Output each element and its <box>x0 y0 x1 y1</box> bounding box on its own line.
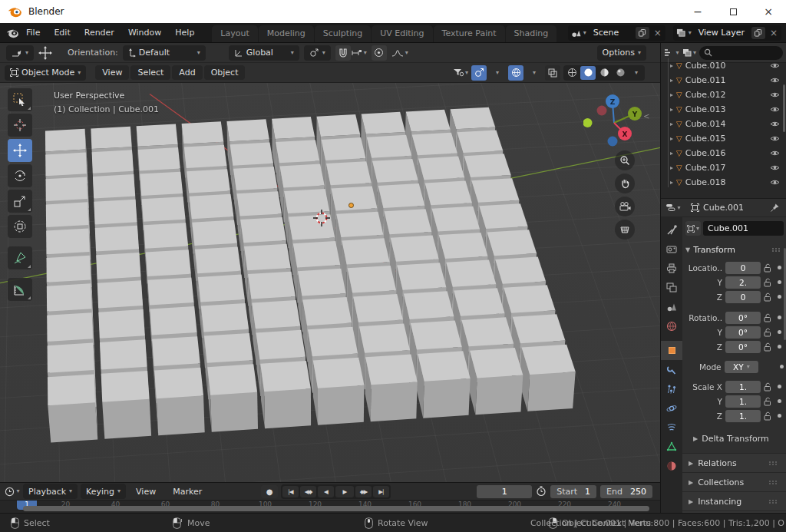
visibility-eye-icon[interactable] <box>770 106 780 113</box>
panel-header[interactable]: ▶ Relations <box>682 453 786 472</box>
animate-dot[interactable] <box>780 365 784 368</box>
panel-drag-handle[interactable] <box>768 499 779 504</box>
object-id-dropdown[interactable]: ▾ <box>685 221 701 236</box>
pin-icon[interactable] <box>771 203 779 212</box>
shading-solid-button[interactable] <box>580 66 596 80</box>
properties-editor-type-dropdown[interactable]: ▾ <box>665 200 681 216</box>
animate-dot[interactable] <box>778 280 781 284</box>
mode-dropdown[interactable]: Object Mode ▾ <box>5 65 86 81</box>
viewport-menu-item[interactable]: Select <box>130 65 170 80</box>
frame-end-field[interactable]: End 250 <box>600 485 652 498</box>
animate-dot[interactable] <box>778 330 781 334</box>
timeline-view-menu[interactable]: View <box>129 484 163 499</box>
visibility-eye-icon[interactable] <box>770 179 780 186</box>
outliner-item[interactable]: ▸ ▽ Cube.012 <box>664 88 786 102</box>
tool-cursor[interactable] <box>8 114 32 137</box>
animate-dot[interactable] <box>778 345 781 349</box>
lock-icon[interactable] <box>764 278 772 287</box>
pan-hand-button[interactable] <box>615 173 635 193</box>
object-name[interactable]: Cube.012 <box>685 90 767 100</box>
expand-icon[interactable]: ▸ <box>670 62 673 69</box>
outliner-item[interactable]: ▸ ▽ Cube.017 <box>664 160 786 175</box>
visibility-eye-icon[interactable] <box>770 91 780 98</box>
gizmos-toggle[interactable] <box>471 65 487 81</box>
transform-value-field[interactable]: 0 <box>725 291 761 303</box>
visibility-eye-icon[interactable] <box>770 121 780 127</box>
transform-value-field[interactable]: 1. <box>725 410 761 422</box>
snap-target-dropdown[interactable]: ▾ <box>304 45 331 61</box>
shading-rendered-button[interactable] <box>613 66 628 80</box>
maximize-button[interactable] <box>715 0 751 23</box>
animate-dot[interactable] <box>778 414 781 418</box>
transform-panel-header[interactable]: ▼ Transform <box>685 242 784 257</box>
menu-item[interactable]: Render <box>78 25 121 40</box>
object-name[interactable]: Cube.013 <box>685 104 767 114</box>
visibility-eye-icon[interactable] <box>770 77 780 84</box>
current-frame-field[interactable]: 1 <box>477 485 532 498</box>
tab-render[interactable] <box>661 240 682 259</box>
next-keyframe-button[interactable]: ◆▶ <box>355 486 372 497</box>
visibility-eye-icon[interactable] <box>770 164 780 171</box>
transform-value-field[interactable]: 2. <box>725 276 761 289</box>
timeline-marker-menu[interactable]: Marker <box>166 484 209 499</box>
tab-tool[interactable] <box>661 220 682 240</box>
tool-rotate[interactable] <box>8 164 32 187</box>
overlays-toggle[interactable] <box>508 65 523 81</box>
view-layer-selector[interactable]: ▾ View Layer × <box>673 25 781 41</box>
tool-move[interactable] <box>8 139 32 162</box>
expand-icon[interactable]: ▸ <box>670 135 673 142</box>
tab-output[interactable] <box>661 259 682 278</box>
outliner-item[interactable]: ▸ ▽ Cube.011 <box>664 73 786 88</box>
play-button[interactable]: ▶ <box>335 486 354 497</box>
lock-icon[interactable] <box>764 411 772 421</box>
expand-icon[interactable]: ▸ <box>670 77 673 84</box>
gizmo-neg-x[interactable] <box>597 106 607 116</box>
transform-value-field[interactable]: 1. <box>725 381 761 393</box>
object-visibility-dropdown[interactable]: ▾ <box>453 65 468 81</box>
lock-icon[interactable] <box>764 342 772 352</box>
object-name[interactable]: Cube.011 <box>685 75 767 85</box>
tab-particles[interactable] <box>661 379 682 398</box>
orientation-dropdown[interactable]: Default ▾ <box>123 45 206 61</box>
expand-icon[interactable]: ▸ <box>670 121 673 127</box>
outliner-item[interactable]: ▸ ▽ Cube.013 <box>664 102 786 117</box>
transform-value-field[interactable]: 0° <box>725 341 761 353</box>
panel-drag-handle[interactable] <box>768 461 779 466</box>
outliner-item[interactable]: ▸ ▽ Cube.015 <box>664 131 786 146</box>
frame-start-field[interactable]: Start 1 <box>550 485 596 498</box>
menu-item[interactable]: Edit <box>47 25 77 40</box>
viewport-menu-item[interactable]: Add <box>172 65 202 80</box>
scene-selector[interactable]: ▾ Scene × <box>568 25 665 41</box>
object-name[interactable]: Cube.017 <box>685 163 767 173</box>
preview-range-clock-icon[interactable] <box>536 486 547 497</box>
overlays-dropdown[interactable]: ▾ <box>527 65 542 81</box>
object-name[interactable]: Cube.018 <box>685 177 767 187</box>
expand-icon[interactable]: ▸ <box>670 164 673 171</box>
viewport-canvas[interactable] <box>0 83 660 482</box>
timeline-editor-type-dropdown[interactable]: ▾ <box>5 484 20 499</box>
options-dropdown[interactable]: Options ▾ <box>597 45 646 61</box>
camera-view-button[interactable] <box>615 197 635 216</box>
outliner-search-input[interactable] <box>699 46 783 60</box>
tab-modifiers[interactable] <box>661 360 682 379</box>
tab-object[interactable] <box>661 341 682 360</box>
view-layer-name[interactable]: View Layer <box>694 28 749 38</box>
tool-scale[interactable] <box>8 190 32 213</box>
animate-dot[interactable] <box>778 399 781 403</box>
jump-to-end-button[interactable]: ▶| <box>373 486 389 497</box>
tool-transform[interactable] <box>8 215 32 238</box>
lock-icon[interactable] <box>764 292 772 302</box>
tab-physics[interactable] <box>661 398 682 418</box>
falloff-dropdown[interactable]: ▾ <box>391 45 408 61</box>
workspace-tab[interactable]: Texture Paint <box>434 25 505 42</box>
workspace-tab[interactable]: Sculpting <box>315 25 371 42</box>
animate-dot[interactable] <box>778 295 781 299</box>
unlink-scene-button[interactable]: × <box>652 28 664 38</box>
auto-keying-record-button[interactable]: ● <box>261 485 278 498</box>
tab-object-data[interactable] <box>661 437 682 456</box>
playback-menu[interactable]: Playback▾ <box>23 484 78 499</box>
menu-item[interactable]: Window <box>121 25 168 40</box>
shading-dropdown[interactable]: ▾ <box>629 66 644 80</box>
delta-transform-header[interactable]: ▶ Delta Transform <box>685 430 784 447</box>
timeline-strip[interactable]: 20406080100120140160180200220240 1 <box>0 500 660 513</box>
